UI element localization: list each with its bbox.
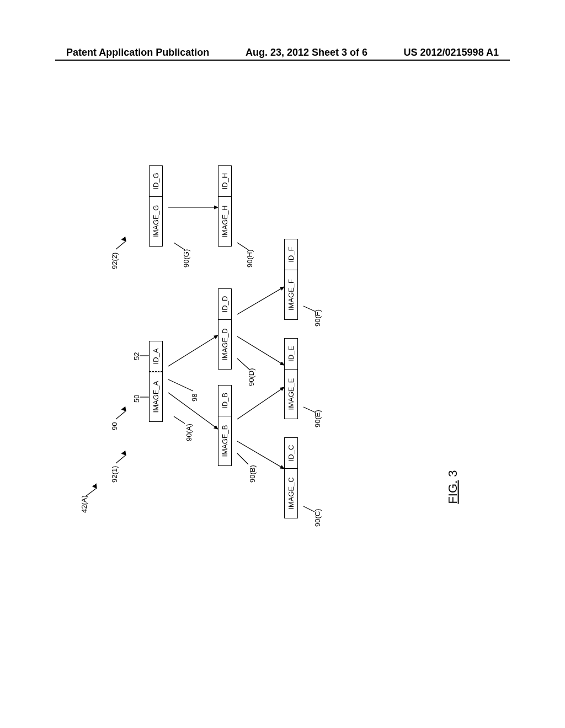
header-right: US 2012/0215998 A1 bbox=[404, 47, 499, 58]
svg-line-15 bbox=[237, 387, 284, 419]
node-f-image: IMAGE_F bbox=[285, 270, 297, 319]
label-90h: 90(H) bbox=[246, 249, 254, 267]
node-b: IMAGE_B ID_B bbox=[218, 385, 232, 466]
node-f: IMAGE_F ID_F bbox=[284, 239, 298, 320]
figure-label-prefix: FIG. bbox=[446, 480, 460, 504]
svg-line-3 bbox=[116, 455, 126, 463]
svg-line-4 bbox=[116, 411, 126, 419]
diagram: 42(A) 92(1) 90 50 52 98 90(A) 90(B) 90(D… bbox=[66, 143, 452, 529]
label-90g: 90(G) bbox=[182, 249, 190, 267]
node-e: IMAGE_E ID_E bbox=[284, 338, 298, 419]
svg-line-8 bbox=[174, 416, 185, 424]
node-f-id: ID_F bbox=[285, 239, 297, 270]
page-header: Patent Application Publication Aug. 23, … bbox=[0, 47, 565, 58]
header-left: Patent Application Publication bbox=[66, 47, 209, 58]
node-h: IMAGE_H ID_H bbox=[218, 165, 232, 247]
svg-line-23 bbox=[237, 243, 248, 250]
node-g-id: ID_G bbox=[150, 166, 162, 196]
node-c-id: ID_C bbox=[285, 438, 297, 468]
label-90a: 90(A) bbox=[185, 424, 193, 441]
node-d-id: ID_D bbox=[218, 289, 231, 319]
label-92-1: 92(1) bbox=[110, 466, 119, 483]
label-90f: 90(F) bbox=[313, 309, 322, 326]
svg-line-11 bbox=[168, 335, 218, 366]
node-b-id: ID_B bbox=[218, 386, 231, 416]
svg-line-12 bbox=[237, 453, 248, 464]
label-98: 98 bbox=[190, 394, 199, 402]
label-90d: 90(D) bbox=[247, 368, 255, 386]
node-e-id: ID_E bbox=[285, 339, 297, 369]
label-90b: 90(B) bbox=[248, 465, 257, 483]
node-e-image: IMAGE_E bbox=[285, 369, 297, 419]
label-90c: 90(C) bbox=[313, 508, 322, 527]
svg-line-5 bbox=[116, 241, 126, 249]
figure-label: FIG. 3 bbox=[446, 470, 460, 504]
header-rule bbox=[55, 60, 510, 61]
node-a: IMAGE_A ID_A bbox=[149, 341, 163, 422]
label-92-2: 92(2) bbox=[110, 253, 119, 269]
label-42a: 42(A) bbox=[80, 495, 88, 513]
svg-line-16 bbox=[237, 336, 284, 365]
figure-label-number: 3 bbox=[446, 470, 460, 480]
label-90: 90 bbox=[110, 422, 119, 430]
svg-line-17 bbox=[237, 287, 284, 314]
node-d: IMAGE_D ID_D bbox=[218, 288, 232, 370]
node-a-id: ID_A bbox=[150, 341, 162, 372]
svg-line-14 bbox=[237, 441, 284, 469]
node-g-image: IMAGE_G bbox=[150, 196, 162, 246]
node-b-image: IMAGE_B bbox=[218, 416, 231, 465]
node-a-image: IMAGE_A bbox=[150, 372, 162, 421]
label-50: 50 bbox=[132, 395, 141, 403]
node-c: IMAGE_C ID_C bbox=[284, 437, 298, 518]
node-c-image: IMAGE_C bbox=[285, 468, 297, 518]
node-g: IMAGE_G ID_G bbox=[149, 165, 163, 247]
label-90e: 90(E) bbox=[313, 410, 322, 427]
node-d-image: IMAGE_D bbox=[218, 319, 231, 369]
svg-line-18 bbox=[303, 506, 315, 512]
header-center: Aug. 23, 2012 Sheet 3 of 6 bbox=[246, 47, 367, 58]
node-h-image: IMAGE_H bbox=[218, 196, 231, 246]
label-52: 52 bbox=[132, 352, 141, 360]
node-h-id: ID_H bbox=[218, 166, 231, 196]
svg-line-9 bbox=[168, 379, 193, 391]
